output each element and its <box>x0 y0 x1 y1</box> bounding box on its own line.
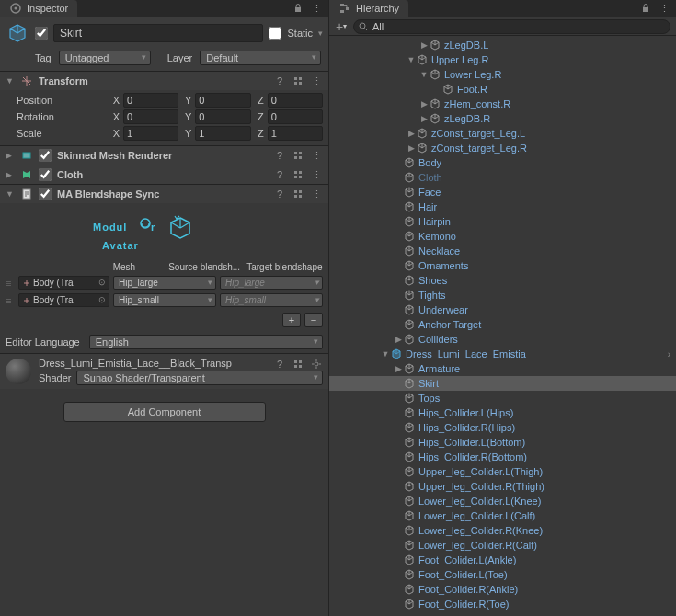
mesh-field[interactable]: Body (Tra <box>18 276 109 290</box>
static-dropdown-icon[interactable]: ▾ <box>318 29 323 38</box>
tree-row[interactable]: Hairpin <box>329 214 676 229</box>
help-icon[interactable]: ? <box>273 188 286 200</box>
fold-icon[interactable]: ▼ <box>381 349 390 359</box>
tree-row[interactable]: Underwear <box>329 302 676 317</box>
tree-row[interactable]: Lower_leg_Colider.L(Knee) <box>329 494 676 508</box>
tree-row[interactable]: ▼ Lower Leg.R <box>329 67 676 82</box>
tree-row[interactable]: ▶ zHem_const.R <box>329 97 676 111</box>
lock-icon[interactable] <box>639 2 652 15</box>
remove-row-button[interactable]: − <box>304 313 323 327</box>
help-icon[interactable]: ? <box>273 168 286 181</box>
source-blendshape-dropdown[interactable]: Hip_small <box>113 293 216 307</box>
preset-icon[interactable] <box>292 74 304 87</box>
rotation-z-input[interactable] <box>268 109 323 124</box>
help-icon[interactable]: ? <box>273 149 286 162</box>
rotation-x-input[interactable] <box>123 109 178 124</box>
kebab-icon[interactable]: ⋮ <box>310 188 323 200</box>
tree-row[interactable]: Foot_Colider.L(Ankle) <box>329 553 676 567</box>
scale-x-input[interactable] <box>123 126 178 141</box>
editor-language-dropdown[interactable]: English <box>89 335 323 349</box>
tree-row[interactable]: Lower_leg_Colider.R(Knee) <box>329 523 676 538</box>
tree-row[interactable]: Foot_Colider.L(Toe) <box>329 567 676 582</box>
tree-row[interactable]: Necklace <box>329 244 676 258</box>
fold-icon[interactable]: ▶ <box>6 151 15 160</box>
gameobject-active-checkbox[interactable] <box>35 27 48 40</box>
fold-icon[interactable]: ▶ <box>407 129 416 138</box>
preset-icon[interactable] <box>292 358 304 371</box>
target-blendshape-dropdown[interactable]: Hip_small <box>220 293 323 307</box>
add-component-button[interactable]: Add Component <box>63 402 266 422</box>
preset-icon[interactable] <box>292 168 304 181</box>
scale-y-input[interactable] <box>195 126 250 141</box>
help-icon[interactable]: ? <box>273 358 286 371</box>
tree-row[interactable]: Foot_Colider.R(Toe) <box>329 597 676 611</box>
position-x-input[interactable] <box>123 93 178 108</box>
position-y-input[interactable] <box>195 93 250 108</box>
fold-icon[interactable]: ▶ <box>419 40 429 50</box>
preset-icon[interactable] <box>292 188 304 200</box>
cloth-enabled-checkbox[interactable] <box>39 168 52 181</box>
tree-row[interactable]: Ornaments <box>329 258 676 273</box>
inspector-tab[interactable]: Inspector <box>0 0 78 17</box>
tree-row[interactable]: ▶ zConst_target_Leg.L <box>329 126 676 141</box>
scale-z-input[interactable] <box>268 126 323 141</box>
drag-handle-icon[interactable]: ≡ <box>6 295 15 306</box>
blendshape-enabled-checkbox[interactable] <box>39 188 52 200</box>
layer-dropdown[interactable]: Default <box>200 51 321 65</box>
position-z-input[interactable] <box>268 93 323 108</box>
tree-row[interactable]: Face <box>329 185 676 200</box>
rotation-y-input[interactable] <box>195 109 250 124</box>
kebab-icon[interactable]: ⋮ <box>310 74 323 87</box>
source-blendshape-dropdown[interactable]: Hip_large <box>113 276 216 290</box>
tree-row[interactable]: Hips_Collider.R(Bottom) <box>329 450 676 464</box>
static-checkbox[interactable] <box>269 27 281 40</box>
fold-icon[interactable]: ▼ <box>419 70 429 79</box>
tree-row[interactable]: Upper_leg_Colider.R(Thigh) <box>329 479 676 494</box>
fold-icon[interactable]: ▶ <box>6 170 15 179</box>
preset-icon[interactable] <box>292 149 304 162</box>
fold-icon[interactable]: ▼ <box>6 189 15 199</box>
hierarchy-tab[interactable]: Hierarchy <box>329 0 409 17</box>
fold-icon[interactable]: ▶ <box>394 335 403 344</box>
tree-row[interactable]: Hair <box>329 200 676 214</box>
kebab-icon[interactable]: ⋮ <box>310 149 323 162</box>
tree-row[interactable]: Hips_Collider.R(Hips) <box>329 420 676 435</box>
open-prefab-icon[interactable]: › <box>668 349 670 359</box>
gameobject-name-input[interactable] <box>53 24 263 42</box>
hierarchy-search-input[interactable]: All <box>353 19 670 34</box>
tree-row[interactable]: Foot.R <box>329 82 676 97</box>
tree-row[interactable]: Hips_Collider.L(Hips) <box>329 405 676 420</box>
tree-row[interactable]: Skirt <box>329 376 676 391</box>
tree-row[interactable]: ▶ zLegDB.L <box>329 38 676 52</box>
tree-row[interactable]: Hips_Collider.L(Bottom) <box>329 435 676 450</box>
tree-row[interactable]: Kemono <box>329 229 676 244</box>
target-blendshape-dropdown[interactable]: Hip_large <box>220 276 323 290</box>
tree-row[interactable]: Foot_Colider.R(Ankle) <box>329 582 676 597</box>
tree-row[interactable]: ▼ Upper Leg.R <box>329 52 676 67</box>
tree-row[interactable]: Upper_leg_Colider.L(Thigh) <box>329 464 676 479</box>
kebab-icon[interactable]: ⋮ <box>310 168 323 181</box>
tree-row[interactable]: ▶ Armature <box>329 361 676 376</box>
tree-row[interactable]: ▶ zConst_target_Leg.R <box>329 141 676 155</box>
tree-row[interactable]: Lower_leg_Colider.R(Calf) <box>329 538 676 553</box>
gear-icon[interactable] <box>310 358 323 371</box>
add-row-button[interactable]: + <box>282 313 301 327</box>
fold-icon[interactable]: ▼ <box>6 76 15 86</box>
tree-row[interactable]: Body <box>329 155 676 170</box>
tree-row[interactable]: ▶ zLegDB.R <box>329 111 676 126</box>
mesh-field[interactable]: Body (Tra <box>18 293 109 307</box>
shader-dropdown[interactable]: Sunao Shader/Transparent <box>76 371 323 385</box>
fold-icon[interactable]: ▼ <box>407 55 416 64</box>
tag-dropdown[interactable]: Untagged <box>59 51 151 65</box>
lock-icon[interactable] <box>292 2 304 15</box>
tree-row[interactable]: ▶ Colliders <box>329 332 676 347</box>
tree-row[interactable]: Lower_leg_Colider.L(Calf) <box>329 508 676 523</box>
kebab-icon[interactable]: ⋮ <box>658 2 670 15</box>
tree-row[interactable]: ▼ Dress_Lumi_Lace_Emistia › <box>329 347 676 361</box>
tree-row[interactable]: Anchor Target <box>329 317 676 332</box>
tree-row[interactable]: Tights <box>329 288 676 302</box>
kebab-icon[interactable]: ⋮ <box>310 2 323 15</box>
fold-icon[interactable]: ▶ <box>407 143 416 153</box>
fold-icon[interactable]: ▶ <box>419 99 429 108</box>
create-dropdown-icon[interactable]: +▾ <box>335 20 348 33</box>
